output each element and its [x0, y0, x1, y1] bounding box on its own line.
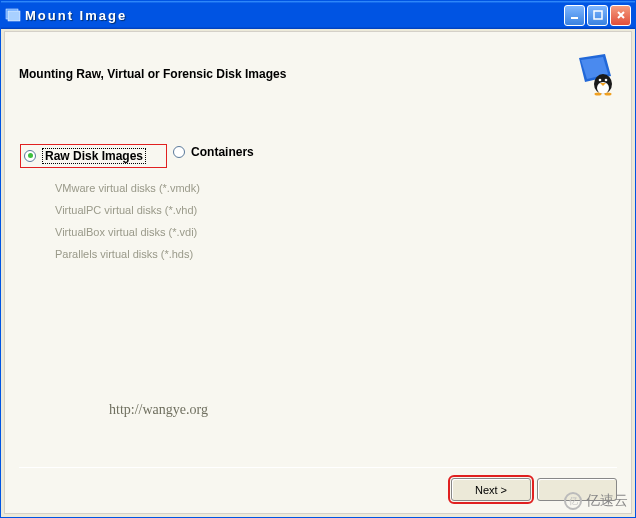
- watermark-url: http://wangye.org: [109, 402, 208, 418]
- svg-point-8: [595, 93, 602, 96]
- list-item: VirtualPC virtual disks (*.vhd): [55, 204, 631, 216]
- window-title: Mount Image: [25, 8, 564, 23]
- options-group: Raw Disk Images Containers VMware virtua…: [5, 104, 631, 270]
- list-item: VirtualBox virtual disks (*.vdi): [55, 226, 631, 238]
- titlebar[interactable]: Mount Image: [1, 1, 635, 29]
- wizard-icon: [573, 52, 617, 96]
- option-raw-label: Raw Disk Images: [42, 148, 146, 164]
- separator: [19, 467, 617, 468]
- option-containers-label: Containers: [191, 145, 254, 159]
- svg-rect-1: [8, 11, 20, 21]
- window-controls: [564, 5, 631, 26]
- page-heading: Mounting Raw, Virtual or Forensic Disk I…: [19, 67, 286, 81]
- corner-watermark: 亿 亿速云: [564, 492, 628, 510]
- option-raw-disk-images[interactable]: Raw Disk Images: [20, 144, 167, 168]
- svg-point-7: [605, 79, 608, 82]
- mount-image-window: Mount Image Mounting Raw, Virtual or For…: [0, 0, 636, 518]
- close-button[interactable]: [610, 5, 631, 26]
- next-button-label: Next >: [475, 484, 507, 496]
- option-containers[interactable]: Containers: [170, 142, 262, 162]
- radio-icon: [173, 146, 185, 158]
- footer: Next >: [19, 467, 617, 501]
- svg-rect-2: [571, 17, 578, 19]
- radio-icon: [24, 150, 36, 162]
- header-row: Mounting Raw, Virtual or Forensic Disk I…: [5, 32, 631, 104]
- app-icon: [5, 7, 21, 23]
- list-item: Parallels virtual disks (*.hds): [55, 248, 631, 260]
- svg-point-6: [599, 79, 602, 82]
- minimize-button[interactable]: [564, 5, 585, 26]
- watermark-logo-icon: 亿: [564, 492, 582, 510]
- containers-sublist: VMware virtual disks (*.vmdk) VirtualPC …: [55, 182, 631, 260]
- svg-point-9: [605, 93, 612, 96]
- watermark-text: 亿速云: [586, 492, 628, 510]
- svg-rect-3: [594, 11, 602, 19]
- list-item: VMware virtual disks (*.vmdk): [55, 182, 631, 194]
- button-row: Next >: [19, 478, 617, 501]
- next-button[interactable]: Next >: [451, 478, 531, 501]
- wizard-content: Mounting Raw, Virtual or Forensic Disk I…: [4, 31, 632, 514]
- maximize-button[interactable]: [587, 5, 608, 26]
